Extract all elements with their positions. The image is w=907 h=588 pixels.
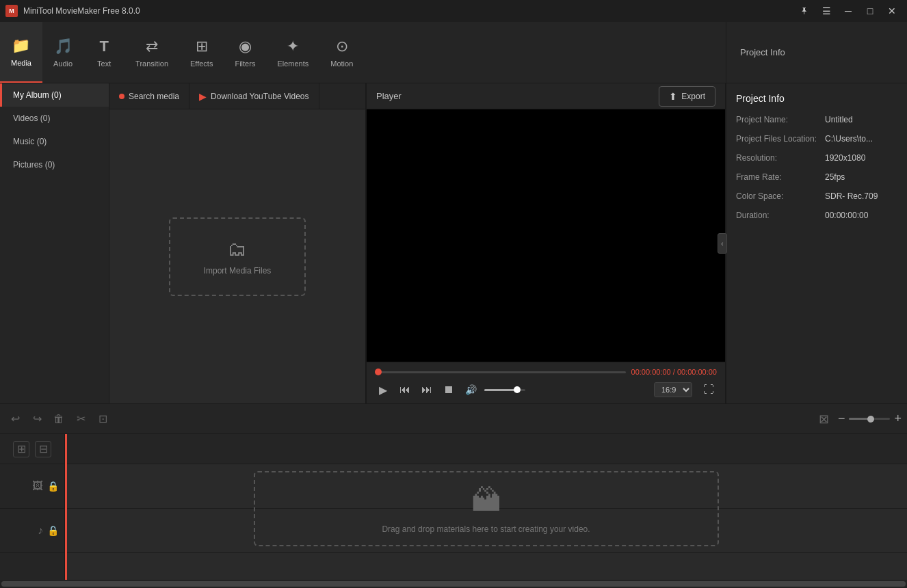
collapse-panel-button[interactable]: ‹ [718, 233, 727, 254]
value-project-name: Untitled [825, 115, 853, 124]
sidebar-item-music[interactable]: Music (0) [0, 130, 109, 153]
info-row-colorspace: Color Space: SDR- Rec.709 [736, 191, 897, 201]
current-time: 00:00:00:00 [631, 368, 671, 376]
zoom-out-button[interactable]: − [838, 412, 845, 426]
toolbar-transition[interactable]: ⇄ Transition [124, 22, 179, 83]
toolbar-elements[interactable]: ✦ Elements [266, 22, 319, 83]
add-audio-track-button[interactable]: ⊟ [35, 441, 51, 457]
info-row-duration: Duration: 00:00:00:00 [736, 211, 897, 220]
content-tabs: Search media ▶ Download YouTube Videos [109, 83, 365, 109]
scroll-thumb[interactable] [1, 581, 906, 587]
video-lock-icon[interactable]: 🔒 [47, 481, 59, 492]
volume-track[interactable] [484, 389, 525, 391]
title-bar: M MiniTool MovieMaker Free 8.0.0 🖈 ☰ ─ □… [0, 0, 907, 22]
search-tab-dot [119, 94, 124, 99]
project-info-title: Project Info [736, 93, 897, 104]
info-row-framerate: Frame Rate: 25fps [736, 172, 897, 182]
magnet-icon[interactable]: ⊠ [815, 410, 834, 429]
tab-search-media[interactable]: Search media [109, 83, 189, 109]
progress-track[interactable] [375, 371, 626, 373]
toolbar-text[interactable]: T Text [83, 22, 124, 83]
scroll-track[interactable] [1, 581, 906, 587]
motion-icon: ⊙ [336, 38, 348, 55]
value-duration: 00:00:00:00 [825, 211, 868, 220]
delete-button[interactable]: 🗑 [49, 410, 68, 429]
crop-button[interactable]: ⊡ [93, 410, 112, 429]
volume-thumb [514, 386, 521, 393]
project-info-panel: ‹ Project Info Project Name: Untitled Pr… [726, 83, 907, 403]
toolbar-motion[interactable]: ⊙ Motion [319, 22, 364, 83]
audio-track-control: ♪ 🔒 [0, 509, 64, 553]
timeline-scrollbar[interactable] [0, 580, 907, 588]
label-project-name: Project Name: [736, 115, 825, 124]
app-logo: M [5, 5, 18, 17]
stop-button[interactable]: ⏹ [441, 382, 457, 398]
filters-icon: ◉ [239, 38, 252, 55]
cut-button[interactable]: ✂ [71, 410, 90, 429]
toolbar-audio-label: Audio [53, 59, 73, 68]
sidebar-item-videos[interactable]: Videos (0) [0, 107, 109, 130]
menu-button[interactable]: ☰ [817, 1, 836, 21]
toolbar-effects-label: Effects [190, 59, 213, 68]
aspect-select[interactable]: 16:9 4:3 1:1 9:16 [654, 382, 692, 397]
sidebar-item-my-album[interactable]: My Album (0) [0, 83, 109, 107]
aspect-controls: 16:9 4:3 1:1 9:16 ⛶ [654, 382, 717, 398]
toolbar-elements-label: Elements [277, 59, 308, 68]
time-separator: / [671, 368, 677, 376]
video-track-icon[interactable]: 🖼 [32, 480, 43, 492]
sidebar-item-pictures[interactable]: Pictures (0) [0, 153, 109, 176]
toolbar-project-info-label: Project Info [740, 47, 785, 57]
volume-slider[interactable] [484, 389, 525, 391]
maximize-button[interactable]: □ [860, 1, 880, 21]
player-panel: Player ⬆ Export 00:00:00:00 / 00:00: [366, 83, 726, 403]
next-button[interactable]: ⏭ [419, 382, 435, 398]
prev-button[interactable]: ⏮ [397, 382, 413, 398]
zoom-track[interactable] [849, 418, 890, 420]
toolbar-transition-label: Transition [135, 59, 168, 68]
toolbar-media[interactable]: 📁 Media [0, 22, 42, 83]
label-colorspace: Color Space: [736, 191, 825, 201]
toolbar-effects[interactable]: ⊞ Effects [179, 22, 224, 83]
video-track-control: 🖼 🔒 [0, 464, 64, 509]
toolbar-audio[interactable]: 🎵 Audio [42, 22, 83, 83]
play-button[interactable]: ▶ [375, 382, 391, 398]
player-video [367, 109, 725, 362]
toolbar-text-label: Text [97, 59, 111, 68]
info-row-resolution: Resolution: 1920x1080 [736, 153, 897, 163]
pin-button[interactable]: 🖈 [795, 1, 814, 21]
toolbar-filters[interactable]: ◉ Filters [224, 22, 266, 83]
audio-track-icon[interactable]: ♪ [38, 524, 43, 537]
media-icon: 📁 [12, 37, 30, 55]
youtube-tab-label: Download YouTube Videos [211, 92, 308, 101]
add-track-controls: ⊞ ⊟ [0, 434, 64, 464]
app-title: MiniTool MovieMaker Free 8.0.0 [23, 6, 140, 16]
drop-area[interactable]: 🏔 Drag and drop materials here to start … [254, 471, 719, 546]
effects-icon: ⊞ [196, 38, 208, 55]
minimize-button[interactable]: ─ [839, 1, 858, 21]
export-button[interactable]: ⬆ Export [659, 86, 715, 107]
volume-button[interactable]: 🔊 [462, 382, 479, 398]
import-box[interactable]: 🗂 Import Media Files [169, 217, 306, 296]
middle-row: My Album (0) Videos (0) Music (0) Pictur… [0, 83, 907, 403]
value-framerate: 25fps [825, 172, 845, 182]
undo-button[interactable]: ↩ [5, 410, 25, 429]
import-icon: 🗂 [228, 238, 247, 260]
export-icon: ⬆ [669, 91, 677, 102]
redo-button[interactable]: ↪ [27, 410, 47, 429]
timeline-tracks-right: 🏔 Drag and drop materials here to start … [65, 434, 907, 580]
info-row-location: Project Files Location: C:\Users\to... [736, 134, 897, 144]
zoom-in-button[interactable]: + [894, 412, 902, 426]
audio-lock-icon[interactable]: 🔒 [47, 525, 59, 536]
fullscreen-button[interactable]: ⛶ [700, 382, 717, 398]
player-header: Player ⬆ Export [367, 83, 725, 109]
media-content: Search media ▶ Download YouTube Videos 🗂… [109, 83, 365, 403]
close-button[interactable]: ✕ [882, 1, 902, 21]
drop-message: Drag and drop materials here to start cr… [382, 524, 590, 534]
timeline-time-header [65, 434, 907, 464]
label-duration: Duration: [736, 211, 825, 220]
time-display: 00:00:00:00 / 00:00:00:00 [631, 368, 717, 376]
zoom-thumb [867, 416, 874, 423]
tab-youtube[interactable]: ▶ Download YouTube Videos [189, 83, 319, 109]
timeline-tracks-left: ⊞ ⊟ 🖼 🔒 ♪ 🔒 [0, 434, 65, 580]
add-video-track-button[interactable]: ⊞ [13, 441, 29, 457]
